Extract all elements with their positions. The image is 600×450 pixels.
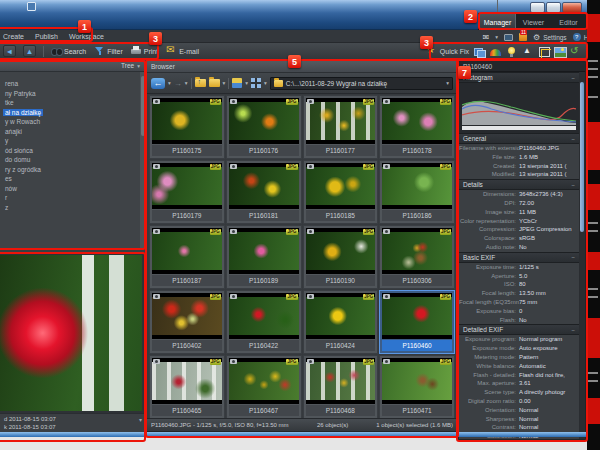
thumbnail-P1160467[interactable]: JPGP1160467 — [226, 355, 302, 418]
tree-item[interactable]: ańajki — [0, 127, 145, 137]
thumbnail-P1160460[interactable]: JPGP1160460 — [379, 290, 455, 354]
tree-item[interactable]: y — [0, 136, 145, 146]
folder-icon[interactable] — [209, 79, 220, 87]
property-row: Sharpness:Normal — [459, 415, 579, 424]
section-header-histogram[interactable]: Histogram — [459, 72, 579, 83]
quick-fix-button[interactable]: Quick Fix — [427, 46, 469, 57]
tree-item[interactable]: ny Patryka — [0, 89, 145, 99]
tree-item[interactable]: nów — [0, 184, 145, 194]
maximize-button[interactable] — [546, 2, 561, 13]
thumbnail-P1160187[interactable]: JPGP1160187 — [149, 225, 225, 289]
tree-item-label: ry z ogródka — [3, 166, 43, 173]
settings-button[interactable]: Settings — [543, 34, 567, 41]
toolbar-button-label: E-mail — [179, 48, 199, 55]
thumbnail-P1160471[interactable]: JPGP1160471 — [379, 355, 455, 418]
tree-item[interactable]: y w Rowach — [0, 117, 145, 127]
chevron-down-icon[interactable]: ▾ — [264, 80, 267, 86]
email-button[interactable]: E-mail — [166, 46, 199, 56]
browser-toolbar: ← ▾ → ▾ ▾ ▾ ▾ C:\...\2011-08-29 Wygrał n… — [147, 73, 457, 94]
section-header-basic-exif[interactable]: Basic EXIF — [459, 252, 579, 263]
thumbnail-P1160468[interactable]: JPGP1160468 — [303, 355, 379, 418]
nav-home-button[interactable]: ▴ — [23, 45, 36, 57]
tree-item[interactable]: ód słońca — [0, 146, 145, 156]
search-button[interactable]: Search — [51, 46, 86, 56]
chevron-down-icon[interactable]: ▾ — [223, 80, 226, 86]
tab-editor[interactable]: Editor — [551, 14, 586, 30]
tree-item[interactable]: do domu — [0, 155, 145, 165]
thumbnail-image — [306, 228, 376, 274]
tree-scrollbar[interactable] — [140, 72, 145, 249]
sort-icon[interactable] — [232, 78, 242, 88]
offers-icon[interactable]: 11 — [519, 33, 527, 41]
thumbnail-image — [306, 163, 376, 209]
chevron-down-icon[interactable]: ▾ — [168, 80, 171, 86]
thumbnail-P1160186[interactable]: JPGP1160186 — [379, 160, 455, 224]
tab-viewer[interactable]: Viewer — [516, 14, 551, 30]
preview-image[interactable] — [0, 255, 142, 411]
thumbnail-P1160185[interactable]: JPGP1160185 — [303, 160, 379, 224]
tree-item[interactable]: r — [0, 193, 145, 203]
thumbnail-P1160178[interactable]: JPGP1160178 — [379, 95, 455, 159]
tree-item[interactable]: ry z ogródka — [0, 165, 145, 175]
thumbnail-P1160402[interactable]: JPGP1160402 — [149, 290, 225, 354]
menu-item-publish[interactable]: Publish — [35, 33, 58, 40]
forward-icon[interactable]: → — [174, 79, 182, 88]
sharpen-icon[interactable] — [522, 46, 533, 57]
menu-item-create[interactable]: Create — [3, 33, 24, 40]
chevron-down-icon[interactable]: ▾ — [446, 80, 449, 86]
nav-back-button[interactable]: ◂ — [3, 45, 16, 57]
section-title: Detailed EXIF — [463, 326, 503, 333]
mail-icon[interactable] — [482, 33, 489, 42]
rainbow-icon[interactable] — [490, 46, 501, 57]
back-icon[interactable]: ← — [151, 78, 165, 89]
print-button[interactable]: Print — [131, 46, 158, 56]
property-label: Exposure mode: — [459, 344, 519, 353]
view-mode-icon[interactable] — [251, 78, 261, 88]
tree-item[interactable]: es — [0, 174, 145, 184]
filter-button[interactable]: Filter — [94, 46, 123, 56]
menu-item-workspace[interactable]: Workspace — [69, 33, 104, 40]
thumbnail-P1160465[interactable]: JPGP1160465 — [149, 355, 225, 418]
chevron-down-icon[interactable]: ▾ — [137, 63, 140, 69]
crop-icon[interactable] — [538, 46, 549, 57]
section-header-general[interactable]: General — [459, 133, 579, 144]
thumbnail-P1160181[interactable]: JPGP1160181 — [226, 160, 302, 224]
tree-view-selector[interactable]: Tree — [121, 62, 134, 69]
thumbnail-P1160189[interactable]: JPGP1160189 — [226, 225, 302, 289]
thumbnail-image — [382, 358, 452, 404]
thumbnail-P1160175[interactable]: JPGP1160175 — [149, 95, 225, 159]
thumbnail-P1160177[interactable]: JPGP1160177 — [303, 95, 379, 159]
preview-info: d 2011-08-15 03:07 k 2011-08-15 03:07 ▾ — [0, 413, 145, 432]
thumbnail-P1160306[interactable]: JPGP1160306 — [379, 225, 455, 289]
tree-item[interactable]: tke — [0, 98, 145, 108]
folder-up-icon[interactable] — [195, 79, 206, 87]
property-row: Exposure mode:Auto exposure — [459, 344, 579, 353]
chevron-down-icon[interactable]: ▾ — [185, 80, 188, 86]
image-icon[interactable] — [554, 46, 565, 57]
section-header-details[interactable]: Details — [459, 179, 579, 190]
photos-icon[interactable] — [474, 46, 485, 57]
section-header-detailed-exif[interactable]: Detailed EXIF — [459, 324, 579, 335]
thumbnail-P1160176[interactable]: JPGP1160176 — [226, 95, 302, 159]
camera-icon — [230, 359, 237, 364]
monitor-icon[interactable] — [504, 34, 513, 41]
tab-manager[interactable]: Manager — [479, 14, 516, 30]
chevron-down-icon[interactable]: ▾ — [139, 416, 142, 424]
chevron-down-icon[interactable]: ▾ — [245, 80, 248, 86]
thumbnail-P1160424[interactable]: JPGP1160424 — [303, 290, 379, 354]
tree-item[interactable]: z — [0, 203, 145, 213]
chevron-down-icon[interactable]: ▾ — [495, 34, 498, 40]
thumbnail-P1160179[interactable]: JPGP1160179 — [149, 160, 225, 224]
thumbnail-P1160190[interactable]: JPGP1160190 — [303, 225, 379, 289]
close-button[interactable] — [562, 2, 582, 13]
properties-scrollbar[interactable] — [579, 72, 585, 439]
path-bar[interactable]: C:\...\2011-08-29 Wygrał na działkę ▾ — [270, 77, 453, 90]
tree-item[interactable]: rena — [0, 79, 145, 89]
tree-item[interactable]: ał na działkę — [0, 108, 145, 118]
bulb-icon[interactable] — [506, 46, 517, 57]
minimize-button[interactable] — [530, 2, 545, 13]
rotl-icon[interactable] — [570, 46, 581, 57]
gear-icon[interactable] — [533, 33, 540, 42]
help-icon[interactable]: ? — [573, 33, 581, 41]
thumbnail-P1160422[interactable]: JPGP1160422 — [226, 290, 302, 354]
